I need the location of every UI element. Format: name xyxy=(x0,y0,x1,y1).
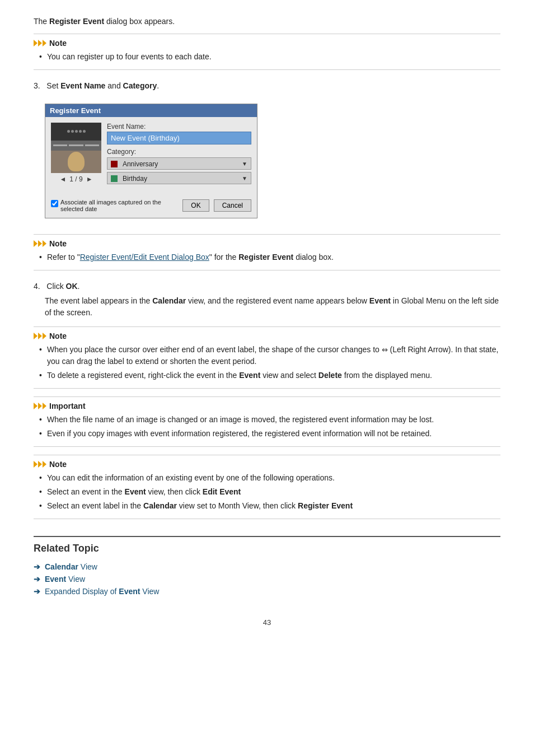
note-label-2: Note xyxy=(49,239,67,248)
nav-prev-button[interactable]: ◄ xyxy=(59,175,66,183)
note2-item1: Refer to "Register Event/Edit Event Dial… xyxy=(39,251,500,263)
thumb-top xyxy=(51,123,101,141)
step3-bold1: Event Name xyxy=(60,81,105,90)
thumb-bar-2 xyxy=(69,144,83,146)
note3-item2: To delete a registered event, right-clic… xyxy=(39,370,500,381)
note2-bold: Register Event xyxy=(238,253,293,262)
note-icon-2 xyxy=(34,240,47,247)
step4-text1: Click xyxy=(46,282,65,291)
page-number: 43 xyxy=(34,618,500,627)
cancel-button[interactable]: Cancel xyxy=(214,199,251,212)
event-name-input[interactable]: New Event (Birthday) xyxy=(107,132,251,144)
calendar-view-link[interactable]: Calendar View xyxy=(45,562,97,571)
register-event-dialog-link[interactable]: Register Event/Edit Event Dialog Box xyxy=(80,253,209,262)
note3-item1: When you place the cursor over either en… xyxy=(39,344,500,367)
ok-button[interactable]: OK xyxy=(182,199,209,212)
dialog-checkbox-area: Associate all images captured on the sel… xyxy=(51,199,163,212)
nav-next-button[interactable]: ► xyxy=(86,175,93,183)
step3-text1: Set xyxy=(46,81,60,90)
note4-sub2-bold1: Calendar xyxy=(143,501,177,510)
note-header-3: Note xyxy=(34,332,500,340)
dialog-buttons: OK Cancel xyxy=(182,199,251,212)
note-icon-3 xyxy=(34,333,47,339)
important-label: Important xyxy=(49,402,86,410)
thumbnail-area: ◄ 1 / 9 ► xyxy=(51,123,101,186)
important-header: Important xyxy=(34,402,500,410)
step3-number: 3. xyxy=(34,81,40,90)
note-content-2: Refer to "Register Event/Edit Event Dial… xyxy=(34,251,500,263)
anniversary-text: Anniversary xyxy=(123,160,158,168)
note4-sub1-bold2: Edit Event xyxy=(203,487,241,496)
note-header-1: Note xyxy=(34,39,500,48)
thumb-dot-3 xyxy=(75,130,78,133)
step4-bold2: Event xyxy=(369,296,391,305)
note-box-1: Note You can register up to four events … xyxy=(34,34,500,70)
dialog-box: Register Event xyxy=(45,104,257,218)
anniversary-select[interactable]: Anniversary ▼ xyxy=(107,157,251,170)
important-icon xyxy=(34,403,47,409)
step4-description: The event label appears in the Calendar … xyxy=(45,295,500,319)
associate-checkbox[interactable] xyxy=(51,200,58,207)
note-header-2: Note xyxy=(34,239,500,248)
note-box-2: Note Refer to "Register Event/Edit Event… xyxy=(34,234,500,270)
thumb-dot-2 xyxy=(71,130,74,133)
intro-text2: dialog box appears. xyxy=(104,17,175,26)
note-label-4: Note xyxy=(49,460,67,469)
thumb-bar-3 xyxy=(85,144,99,146)
nav-row: ◄ 1 / 9 ► xyxy=(59,175,92,183)
important-item2: Even if you copy images with event infor… xyxy=(39,428,500,440)
note-content-1: You can register up to four events to ea… xyxy=(34,51,500,63)
important-content: When the file name of an image is change… xyxy=(34,414,500,440)
note-icon-1 xyxy=(34,40,47,46)
note-content-4: You can edit the information of an exist… xyxy=(34,472,500,512)
dialog-fields: Event Name: New Event (Birthday) Categor… xyxy=(107,123,251,186)
related-title: Related Topic xyxy=(34,536,500,554)
note4-sub1: Select an event in the Event view, then … xyxy=(39,486,500,498)
category-label: Category: xyxy=(107,148,251,156)
step3-text2: and xyxy=(105,81,123,90)
thumb-bottom xyxy=(51,151,101,174)
note2-text2: " for the xyxy=(209,253,238,262)
step4-bold: OK xyxy=(66,282,78,291)
birthday-text: Birthday xyxy=(123,175,147,183)
related-item-event: ➔ Event View xyxy=(34,575,500,584)
birthday-arrow: ▼ xyxy=(242,175,247,181)
birthday-select[interactable]: Birthday ▼ xyxy=(107,172,251,184)
step4-bold1: Calendar xyxy=(152,296,186,305)
step4-text2: . xyxy=(78,282,80,291)
thumbnail-inner xyxy=(51,123,101,173)
arrow-icon-1: ➔ xyxy=(34,562,40,571)
register-event-dialog: Register Event xyxy=(45,104,257,218)
event-view-link[interactable]: Event View xyxy=(45,575,85,584)
step4-desc1: The event label appears in the xyxy=(45,296,152,305)
step-3: 3. Set Event Name and Category. xyxy=(34,81,500,90)
dialog-title: Register Event xyxy=(50,106,101,115)
thumb-bar-1 xyxy=(53,144,67,146)
note-icon-4 xyxy=(34,461,47,468)
arrow-icon-2: ➔ xyxy=(34,575,40,584)
note-header-4: Note xyxy=(34,460,500,469)
step3-text3: . xyxy=(157,81,159,90)
related-item-calendar: ➔ Calendar View xyxy=(34,562,500,571)
related-section: Related Topic ➔ Calendar View ➔ Event Vi… xyxy=(34,536,500,596)
dialog-top-row: ◄ 1 / 9 ► Event Name: New Event (Birthda… xyxy=(51,123,251,186)
note2-text1: Refer to " xyxy=(47,253,80,262)
note2-text3: dialog box. xyxy=(293,253,334,262)
step4-desc2: view, and the registered event name appe… xyxy=(186,296,369,305)
associate-label: Associate all images captured on the sel… xyxy=(60,199,163,212)
arrow-icon-3: ➔ xyxy=(34,587,40,596)
step4-number: 4. xyxy=(34,282,40,291)
important-box: Important When the file name of an image… xyxy=(34,396,500,447)
intro-paragraph: The Register Event dialog box appears. xyxy=(34,17,500,26)
thumb-dot-4 xyxy=(79,130,82,133)
related-list: ➔ Calendar View ➔ Event View ➔ Expanded … xyxy=(34,562,500,596)
birthday-left: Birthday xyxy=(111,174,147,183)
note-content-3: When you place the cursor over either en… xyxy=(34,344,500,381)
expanded-event-view-link[interactable]: Expanded Display of Event View xyxy=(45,587,159,596)
intro-bold: Register Event xyxy=(49,17,104,26)
nav-text: 1 / 9 xyxy=(69,175,82,183)
anniversary-arrow: ▼ xyxy=(242,161,247,167)
note4-sub1-bold1: Event xyxy=(125,487,146,496)
note-label-3: Note xyxy=(49,332,67,340)
dialog-body: ◄ 1 / 9 ► Event Name: New Event (Birthda… xyxy=(45,117,257,218)
